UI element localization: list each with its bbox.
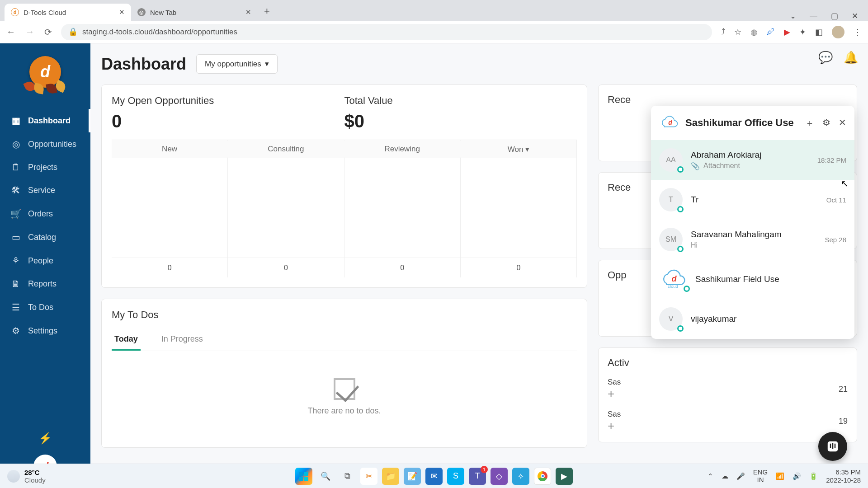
visualstudio-icon[interactable]: ◇ <box>491 468 508 485</box>
url-input[interactable]: 🔒 staging.d-tools.cloud/dashboard/opport… <box>61 24 712 40</box>
card-title: Rece <box>608 94 848 106</box>
volume-icon[interactable]: 🔊 <box>793 472 801 480</box>
svg-rect-9 <box>299 477 303 481</box>
browser-tab-active[interactable]: d D-Tools Cloud ✕ <box>5 4 131 21</box>
sidebar-item-opportunities[interactable]: ◎Opportunities <box>0 132 90 156</box>
tab-in-progress[interactable]: In Progress <box>159 329 206 351</box>
bell-icon[interactable]: 🔔 <box>844 51 858 65</box>
app-icon[interactable]: ▶ <box>556 468 573 485</box>
translate-icon[interactable]: 🖊 <box>767 27 775 37</box>
sidebar-item-label: Service <box>28 186 55 195</box>
chat-header-title: Sashikumar Office Use <box>685 117 799 129</box>
new-tab-button[interactable]: + <box>258 2 276 21</box>
gear-icon: ⚙ <box>11 325 21 336</box>
notepad-icon[interactable]: 📝 <box>404 468 421 485</box>
star-icon[interactable]: ☆ <box>734 27 741 37</box>
search-taskbar-icon[interactable]: 🔍 <box>317 468 334 485</box>
sidebar-item-dashboard[interactable]: ▦Dashboard <box>0 109 90 132</box>
main-content: 💬 🔔 Dashboard My opportunities ▾ My Open… <box>90 43 868 488</box>
reload-icon[interactable]: ⟳ <box>44 27 52 38</box>
skype-icon[interactable]: S <box>447 468 464 485</box>
add-chat-icon[interactable]: ＋ <box>805 117 814 129</box>
cart-icon: 🛒 <box>11 208 21 219</box>
chat-popover: d Sashikumar Office Use ＋ ⚙ ✕ AA Abraham… <box>651 106 854 339</box>
sidebar-item-service[interactable]: 🛠Service <box>0 179 90 202</box>
close-icon[interactable]: ✕ <box>245 8 251 16</box>
clock[interactable]: 6:35 PM2022-10-28 <box>826 468 861 484</box>
forward-icon[interactable]: → <box>25 27 34 37</box>
chat-icon[interactable]: 💬 <box>818 51 833 65</box>
contact-name: vijayakumar <box>691 314 846 324</box>
sidebar-item-projects[interactable]: 🗒Projects <box>0 156 90 179</box>
close-chat-icon[interactable]: ✕ <box>839 117 846 129</box>
tray-chevron-icon[interactable]: ⌃ <box>708 472 713 480</box>
chat-row[interactable]: V vijayakumar <box>651 299 854 339</box>
onedrive-icon[interactable]: ☁ <box>722 472 728 480</box>
activity-date: 21 <box>839 385 848 394</box>
chat-row[interactable]: AA Abraham Arokiaraj📎Attachment 18:32 PM <box>651 140 854 180</box>
plus-icon[interactable]: + <box>608 419 621 433</box>
plus-icon[interactable]: + <box>608 387 621 401</box>
stage-header[interactable]: New <box>112 140 227 158</box>
window-controls: ⌄ — ▢ ✕ <box>790 9 868 21</box>
battery-icon[interactable]: 🔋 <box>809 472 818 480</box>
sidebar-item-reports[interactable]: 🗎Reports <box>0 272 90 296</box>
sidebar-item-people[interactable]: ⚘People <box>0 249 90 272</box>
vscode-icon[interactable]: ⟡ <box>512 468 529 485</box>
clipboard-icon: 🗒 <box>11 162 21 173</box>
sidebar-item-catalog[interactable]: ▭Catalog <box>0 225 90 249</box>
chat-row[interactable]: T Tr Oct 11 <box>651 180 854 220</box>
list-icon: ☰ <box>11 302 21 313</box>
weather-widget[interactable]: 28°C Cloudy <box>7 469 46 484</box>
profile-avatar[interactable] <box>832 26 844 38</box>
video-icon[interactable]: ▶ <box>784 27 790 37</box>
chrome-icon[interactable] <box>534 468 551 485</box>
browser-tab[interactable]: ◎ New Tab ✕ <box>131 4 258 21</box>
extension-icon[interactable]: ◍ <box>750 27 758 37</box>
wifi-icon[interactable]: 📶 <box>776 472 784 480</box>
sidebar-item-todos[interactable]: ☰To Dos <box>0 296 90 319</box>
menu-icon[interactable]: ⋮ <box>854 27 862 37</box>
stage-header[interactable]: Reviewing <box>344 140 460 158</box>
page-title: Dashboard <box>101 55 186 74</box>
tab-today[interactable]: Today <box>112 329 141 351</box>
svg-rect-8 <box>304 472 308 476</box>
chevron-down-icon[interactable]: ⌄ <box>790 11 796 21</box>
sidepanel-icon[interactable]: ◧ <box>815 27 823 37</box>
task-view-icon[interactable]: ⧉ <box>339 468 356 485</box>
sidebar-item-orders[interactable]: 🛒Orders <box>0 202 90 225</box>
start-button[interactable] <box>295 468 312 485</box>
maximize-icon[interactable]: ▢ <box>831 11 838 21</box>
snip-icon[interactable]: ✂ <box>360 468 377 485</box>
chat-row[interactable]: SM Saravanan MahalingamHi Sep 28 <box>651 220 854 259</box>
svg-text:d: d <box>668 119 672 126</box>
extensions-icon[interactable]: ✦ <box>799 27 806 37</box>
cursor-icon: ↖ <box>841 178 849 189</box>
intercom-fab[interactable] <box>818 432 847 461</box>
scope-selector[interactable]: My opportunities ▾ <box>196 54 278 74</box>
back-icon[interactable]: ← <box>6 27 15 37</box>
close-icon[interactable]: ✕ <box>119 8 125 16</box>
stage-header[interactable]: Won ▾ <box>461 140 576 158</box>
close-window-icon[interactable]: ✕ <box>852 11 858 21</box>
language-indicator[interactable]: ENGIN <box>753 469 768 483</box>
activity-date: 19 <box>839 417 848 426</box>
app-logo[interactable]: d <box>26 52 65 91</box>
minimize-icon[interactable]: — <box>810 11 817 21</box>
stage-header[interactable]: Consulting <box>228 140 344 158</box>
explorer-icon[interactable]: 📁 <box>382 468 399 485</box>
outlook-icon[interactable]: ✉ <box>425 468 443 485</box>
share-icon[interactable]: ⤴ <box>721 27 725 37</box>
sidebar-item-label: People <box>28 256 53 266</box>
teams-icon[interactable]: T1 <box>469 468 486 485</box>
avatar: AA <box>659 148 683 172</box>
svg-rect-7 <box>299 472 303 476</box>
sidebar-item-settings[interactable]: ⚙Settings <box>0 319 90 343</box>
mic-icon[interactable]: 🎤 <box>736 472 745 480</box>
chat-settings-icon[interactable]: ⚙ <box>822 117 830 129</box>
contact-name: Abraham Arokiaraj <box>691 150 809 160</box>
open-opportunities-card: My Open Opportunities Total Value 0 $0 N… <box>101 84 587 288</box>
sidebar-item-label: To Dos <box>28 303 53 312</box>
bolt-icon[interactable]: ⚡ <box>0 432 90 445</box>
chat-row[interactable]: dcloud Sashikumar Field Use <box>651 259 854 299</box>
